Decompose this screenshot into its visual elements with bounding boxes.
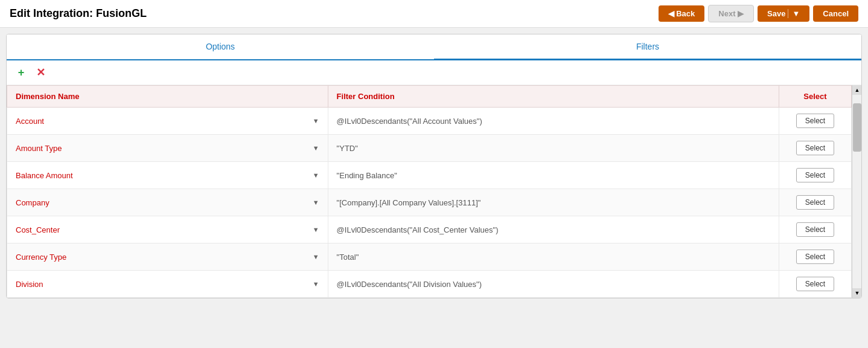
dimension-dropdown-arrow[interactable]: ▼ bbox=[313, 117, 319, 124]
tabs-container: Options Filters bbox=[7, 34, 861, 60]
dimension-name: Amount Type bbox=[16, 144, 62, 153]
filter-condition-cell: "Total" bbox=[328, 243, 779, 271]
dimension-dropdown-arrow[interactable]: ▼ bbox=[313, 172, 319, 179]
table-row: Currency Type ▼ "Total"Select bbox=[7, 243, 852, 271]
select-cell: Select bbox=[779, 135, 852, 162]
cancel-button[interactable]: Cancel bbox=[813, 5, 858, 22]
select-cell: Select bbox=[779, 189, 852, 216]
table-row: Division ▼ @ILvl0Descendants("All Divisi… bbox=[7, 271, 852, 298]
dimension-name: Division bbox=[16, 280, 43, 289]
table-row: Account ▼ @ILvl0Descendants("All Account… bbox=[7, 108, 852, 135]
tab-options[interactable]: Options bbox=[7, 34, 434, 59]
filter-condition-value: @ILvl0Descendants("All Division Values") bbox=[337, 280, 482, 289]
filter-condition-cell: @ILvl0Descendants("All Account Values") bbox=[328, 108, 779, 135]
filter-condition-cell: "YTD" bbox=[328, 135, 779, 162]
col-header-select: Select bbox=[779, 86, 852, 108]
dimension-cell: Cost_Center ▼ bbox=[7, 216, 328, 243]
dimension-dropdown-arrow[interactable]: ▼ bbox=[313, 280, 319, 288]
integration-name: FusionGL bbox=[96, 7, 147, 19]
table-area: Dimension Name Filter Condition Select A… bbox=[7, 85, 852, 298]
dimension-cell: Division ▼ bbox=[7, 271, 328, 298]
add-row-button[interactable]: + bbox=[14, 65, 28, 80]
dimension-cell: Amount Type ▼ bbox=[7, 135, 328, 162]
filter-condition-value: @ILvl0Descendants("All Cost_Center Value… bbox=[337, 225, 499, 234]
dimension-name: Account bbox=[16, 117, 44, 126]
title-text: Edit Integration: bbox=[10, 7, 93, 19]
filter-condition-value: "[Company].[All Company Values].[3111]" bbox=[337, 198, 481, 207]
table-row: Balance Amount ▼ "Ending Balance"Select bbox=[7, 162, 852, 189]
filter-condition-cell: @ILvl0Descendants("All Division Values") bbox=[328, 271, 779, 298]
dimension-cell: Balance Amount ▼ bbox=[7, 162, 328, 189]
select-button[interactable]: Select bbox=[796, 195, 834, 210]
filter-condition-value: "YTD" bbox=[337, 144, 358, 153]
dimension-cell: Company ▼ bbox=[7, 189, 328, 216]
back-button[interactable]: ◀ Back bbox=[659, 5, 705, 22]
filter-condition-cell: @ILvl0Descendants("All Cost_Center Value… bbox=[328, 216, 779, 243]
dimension-dropdown-arrow[interactable]: ▼ bbox=[313, 226, 319, 233]
remove-row-button[interactable]: ✕ bbox=[33, 65, 48, 80]
filter-condition-value: "Total" bbox=[337, 253, 359, 262]
select-cell: Select bbox=[779, 271, 852, 298]
select-button[interactable]: Select bbox=[796, 222, 834, 237]
dimension-name: Currency Type bbox=[16, 253, 66, 262]
table-row: Cost_Center ▼ @ILvl0Descendants("All Cos… bbox=[7, 216, 852, 243]
dimension-name: Balance Amount bbox=[16, 171, 73, 180]
col-header-filter: Filter Condition bbox=[328, 86, 779, 108]
table-row: Amount Type ▼ "YTD"Select bbox=[7, 135, 852, 162]
dimension-cell: Currency Type ▼ bbox=[7, 243, 328, 271]
select-button[interactable]: Select bbox=[796, 168, 834, 182]
filters-table: Dimension Name Filter Condition Select A… bbox=[7, 85, 852, 298]
select-cell: Select bbox=[779, 108, 852, 135]
next-button: Next ▶ bbox=[708, 5, 754, 22]
filter-condition-cell: "Ending Balance" bbox=[328, 162, 779, 189]
select-button[interactable]: Select bbox=[796, 114, 834, 128]
save-dropdown-arrow[interactable]: ▼ bbox=[788, 9, 800, 18]
toolbar: + ✕ bbox=[7, 60, 861, 85]
dimension-dropdown-arrow[interactable]: ▼ bbox=[313, 253, 319, 260]
select-cell: Select bbox=[779, 216, 852, 243]
select-button[interactable]: Select bbox=[796, 250, 834, 264]
tab-filters[interactable]: Filters bbox=[434, 34, 861, 60]
col-header-dimension: Dimension Name bbox=[7, 86, 328, 108]
scroll-up-button[interactable]: ▲ bbox=[852, 85, 862, 95]
table-row: Company ▼ "[Company].[All Company Values… bbox=[7, 189, 852, 216]
select-button[interactable]: Select bbox=[796, 277, 834, 291]
dimension-dropdown-arrow[interactable]: ▼ bbox=[313, 199, 319, 206]
filter-condition-value: "Ending Balance" bbox=[337, 171, 397, 180]
filter-condition-cell: "[Company].[All Company Values].[3111]" bbox=[328, 189, 779, 216]
main-container: Options Filters + ✕ Dimension Name bbox=[6, 34, 862, 298]
scrollbar-thumb[interactable] bbox=[853, 103, 861, 152]
select-cell: Select bbox=[779, 243, 852, 271]
dimension-cell: Account ▼ bbox=[7, 108, 328, 135]
scroll-down-button[interactable]: ▼ bbox=[852, 288, 862, 298]
filter-condition-value: @ILvl0Descendants("All Account Values") bbox=[337, 117, 482, 126]
scrollbar-track[interactable]: ▲ ▼ bbox=[852, 85, 861, 298]
dimension-dropdown-arrow[interactable]: ▼ bbox=[313, 144, 319, 152]
header-buttons: ◀ Back Next ▶ Save ▼ Cancel bbox=[659, 5, 858, 22]
select-button[interactable]: Select bbox=[796, 141, 834, 155]
table-header-row: Dimension Name Filter Condition Select bbox=[7, 86, 852, 108]
select-cell: Select bbox=[779, 162, 852, 189]
scroll-wrapper: Dimension Name Filter Condition Select A… bbox=[7, 85, 861, 298]
dimension-name: Cost_Center bbox=[16, 225, 60, 234]
header: Edit Integration: FusionGL ◀ Back Next ▶… bbox=[0, 0, 868, 28]
save-button[interactable]: Save ▼ bbox=[758, 5, 809, 22]
page-title: Edit Integration: FusionGL bbox=[10, 7, 147, 20]
dimension-name: Company bbox=[16, 198, 49, 207]
